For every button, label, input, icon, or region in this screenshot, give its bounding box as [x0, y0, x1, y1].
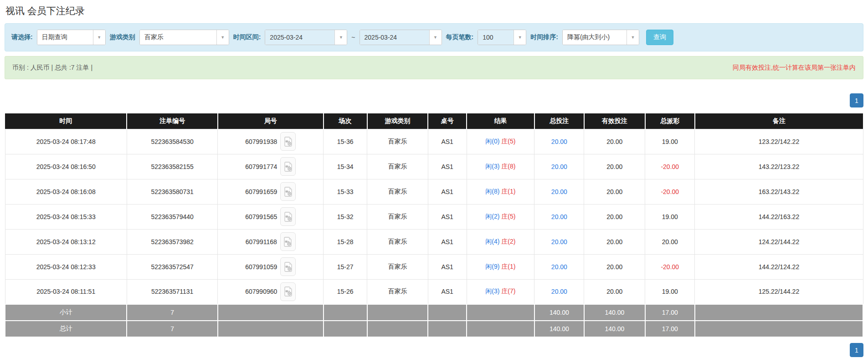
video-replay-button[interactable]: [280, 182, 296, 201]
video-replay-icon: [284, 212, 293, 222]
table-row: 2025-03-24 08:16:50522363582155607991774…: [5, 154, 863, 179]
cell-result: 闲(0) 庄(5): [467, 129, 534, 154]
result-player: 闲(4): [485, 238, 499, 245]
date-from-select[interactable]: 2025-03-24 ▼: [265, 30, 347, 45]
video-replay-icon: [284, 187, 293, 197]
chevron-down-icon[interactable]: ▼: [334, 30, 347, 45]
total-bet-link[interactable]: 20.00: [551, 238, 567, 245]
cell-time: 2025-03-24 08:13:12: [5, 229, 127, 254]
video-replay-icon: [284, 137, 293, 147]
video-replay-icon: [284, 286, 293, 297]
cell-payout: 19.00: [645, 204, 695, 229]
video-replay-button[interactable]: [280, 232, 296, 251]
video-replay-button[interactable]: [280, 207, 296, 226]
chevron-down-icon[interactable]: ▼: [93, 30, 105, 45]
summary-count: 7: [127, 304, 218, 321]
search-button[interactable]: 查询: [646, 30, 673, 45]
chevron-down-icon[interactable]: ▼: [627, 30, 639, 45]
total-bet-link[interactable]: 20.00: [551, 288, 567, 295]
table-row: 2025-03-24 08:16:08522363580731607991659…: [5, 179, 863, 204]
cell-payout: 19.00: [645, 129, 695, 154]
cell-session: 15-26: [324, 279, 367, 304]
page-size-select[interactable]: 100 ▼: [478, 30, 526, 45]
cell-time: 2025-03-24 08:15:33: [5, 204, 127, 229]
cell-result: 闲(4) 庄(2): [467, 229, 534, 254]
table-body: 2025-03-24 08:17:48522363584530607991938…: [5, 129, 863, 337]
cell-valid-bet: 20.00: [584, 179, 645, 204]
page-number-button[interactable]: 1: [850, 343, 863, 357]
cell-table-no: AS1: [428, 254, 467, 279]
cell-total-bet: 20.00: [534, 179, 584, 204]
summary-valid-bet: 140.00: [584, 321, 645, 337]
sort-order-value: 降冪(由大到小): [563, 30, 627, 45]
chevron-down-icon[interactable]: ▼: [216, 30, 229, 45]
sort-order-label: 时间排序:: [530, 33, 558, 41]
result-banker: 庄(2): [501, 238, 515, 245]
query-type-select[interactable]: 日期查询 ▼: [37, 30, 106, 45]
date-to-value: 2025-03-24: [360, 30, 429, 45]
column-header: 时间: [5, 113, 127, 129]
cell-remark: 143.22/123.22: [695, 154, 863, 179]
cell-remark: 163.22/143.22: [695, 179, 863, 204]
video-replay-button[interactable]: [280, 157, 296, 176]
cell-result: 闲(8) 庄(1): [467, 179, 534, 204]
result-banker: 庄(1): [501, 188, 515, 195]
cell-bet-id: 522363582155: [127, 154, 218, 179]
bet-records-table: 时间注单编号局号场次游戏类别桌号结果总投注有效投注总派彩备注 2025-03-2…: [5, 113, 863, 337]
cell-session: 15-33: [324, 179, 367, 204]
pagination-top: 1: [5, 93, 863, 107]
cell-round-id: 607991659: [218, 179, 324, 204]
column-header: 场次: [324, 113, 367, 129]
cell-remark: 123.22/142.22: [695, 129, 863, 154]
cell-session: 15-28: [324, 229, 367, 254]
total-bet-link[interactable]: 20.00: [551, 263, 567, 271]
result-banker: 庄(8): [501, 163, 515, 170]
cell-valid-bet: 20.00: [584, 129, 645, 154]
page-number-button[interactable]: 1: [850, 93, 863, 107]
video-replay-button[interactable]: [280, 257, 296, 276]
cell-payout: -20.00: [645, 254, 695, 279]
result-player: 闲(2): [485, 213, 499, 220]
cell-session: 15-32: [324, 204, 367, 229]
sort-order-select[interactable]: 降冪(由大到小) ▼: [562, 30, 639, 45]
cell-round-id: 607991168: [218, 229, 324, 254]
table-row: 2025-03-24 08:13:12522363573982607991168…: [5, 229, 863, 254]
total-bet-link[interactable]: 20.00: [551, 163, 567, 170]
total-bet-link[interactable]: 20.00: [551, 138, 567, 145]
total-bet-link[interactable]: 20.00: [551, 213, 567, 220]
cell-time: 2025-03-24 08:12:33: [5, 254, 127, 279]
video-replay-button[interactable]: [280, 132, 296, 151]
round-number: 607991659: [245, 188, 277, 195]
cell-bet-id: 522363571131: [127, 279, 218, 304]
cell-round-id: 607991938: [218, 129, 324, 154]
time-range-label: 时间区间:: [233, 33, 261, 41]
currency-total-text: 币别 : 人民币 | 总共 :7 注单 |: [12, 64, 92, 72]
result-banker: 庄(5): [501, 138, 515, 145]
total-bet-link[interactable]: 20.00: [551, 188, 567, 195]
cell-payout: 19.00: [645, 279, 695, 304]
chevron-down-icon[interactable]: ▼: [514, 30, 526, 45]
game-type-select[interactable]: 百家乐 ▼: [139, 30, 229, 45]
column-header: 总派彩: [645, 113, 695, 129]
video-replay-icon: [284, 162, 293, 172]
result-player: 闲(8): [485, 188, 499, 195]
column-header: 总投注: [534, 113, 584, 129]
cell-game-type: 百家乐: [367, 279, 428, 304]
page-size-value: 100: [478, 30, 514, 45]
cell-session: 15-34: [324, 154, 367, 179]
cell-bet-id: 522363580731: [127, 179, 218, 204]
video-replay-button[interactable]: [280, 282, 296, 301]
table-header-row: 时间注单编号局号场次游戏类别桌号结果总投注有效投注总派彩备注: [5, 113, 863, 129]
cell-valid-bet: 20.00: [584, 204, 645, 229]
cell-total-bet: 20.00: [534, 279, 584, 304]
valid-bet-notice-text: 同局有效投注,统一计算在该局第一张注单内: [733, 64, 856, 72]
round-number: 607991059: [245, 263, 277, 271]
date-to-select[interactable]: 2025-03-24 ▼: [360, 30, 442, 45]
cell-payout: -20.00: [645, 154, 695, 179]
cell-result: 闲(9) 庄(1): [467, 254, 534, 279]
table-row: 2025-03-24 08:17:48522363584530607991938…: [5, 129, 863, 154]
cell-round-id: 607991059: [218, 254, 324, 279]
query-type-value: 日期查询: [37, 30, 93, 45]
cell-table-no: AS1: [428, 154, 467, 179]
chevron-down-icon[interactable]: ▼: [429, 30, 442, 45]
